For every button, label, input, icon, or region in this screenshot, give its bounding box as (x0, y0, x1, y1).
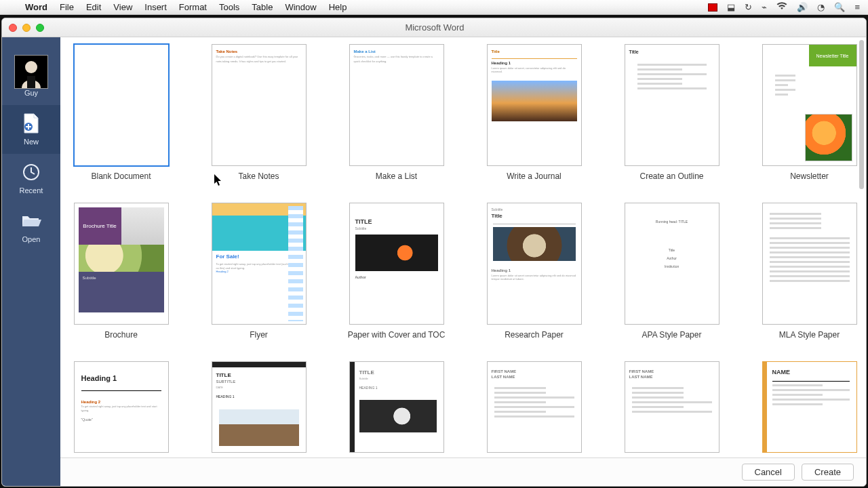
folder-open-icon (21, 211, 41, 231)
record-indicator-icon[interactable] (708, 3, 717, 12)
app-menu[interactable]: Word (19, 2, 54, 12)
template-label: Make a List (376, 171, 417, 193)
window-title: Microsoft Word (44, 22, 825, 33)
wifi-icon[interactable] (776, 2, 787, 12)
sidebar-item-recent[interactable]: Recent (2, 154, 60, 203)
template-thumb: FIRST NAMELAST NAME (625, 361, 719, 453)
template-thumb: Brochure Title Subtitle (74, 203, 169, 325)
menu-edit[interactable]: Edit (80, 2, 107, 12)
create-button[interactable]: Create (802, 464, 854, 481)
template-thumb: NAME (762, 361, 857, 453)
template-label: Take Notes (238, 171, 279, 193)
avatar (14, 55, 48, 89)
dropbox-icon[interactable]: ⬓ (727, 2, 735, 12)
template-thumb: Heading 1 Heading 2To get started right … (74, 361, 169, 453)
sidebar-item-label: New (24, 138, 39, 146)
window-titlebar: Microsoft Word (2, 18, 866, 37)
template-apa-style-paper[interactable]: Running head: TITLETitleAuthorInstitutio… (622, 203, 722, 352)
sidebar-user[interactable]: Guy (2, 47, 60, 105)
template-label: Research Paper (505, 330, 564, 352)
template-label: Paper with Cover and TOC (348, 330, 446, 352)
menu-table[interactable]: Table (245, 2, 279, 12)
template-blank-document[interactable]: Blank Document (71, 44, 171, 193)
spotlight-icon[interactable]: 🔍 (834, 2, 845, 12)
menu-insert[interactable]: Insert (138, 2, 173, 12)
window-close-icon[interactable] (9, 24, 17, 32)
menu-view[interactable]: View (107, 2, 138, 12)
template-thumb: TITLE Subtitle Author (349, 203, 444, 325)
menu-help[interactable]: Help (323, 2, 353, 12)
svg-point-1 (25, 61, 37, 73)
template-label: Create an Outline (639, 171, 703, 193)
template-thumb: Newsletter Title (762, 44, 857, 166)
template-brochure[interactable]: Brochure Title Subtitle Brochure (71, 203, 171, 352)
macos-menubar: Word File Edit View Insert Format Tools … (0, 0, 868, 15)
template-create-an-outline[interactable]: Title Create an Outline (622, 44, 722, 193)
timemachine-icon[interactable]: ↻ (745, 2, 752, 12)
window-minimize-icon[interactable] (22, 24, 31, 32)
sidebar-user-label: Guy (24, 89, 38, 97)
template-newsletter[interactable]: Newsletter Title Newsletter (760, 44, 859, 193)
word-template-window: Microsoft Word Guy New Recent (1, 18, 867, 487)
template-thumb (74, 44, 169, 166)
recent-icon (21, 162, 41, 182)
template-take-notes[interactable]: Take NotesDo you create a digital notebo… (209, 44, 309, 193)
template-title-left[interactable]: TITLESubtitleHEADING 1 (347, 361, 446, 453)
new-doc-icon (21, 113, 41, 134)
template-make-a-list[interactable]: Make a ListGroceries, tasks, and more — … (347, 44, 446, 193)
template-resume-name[interactable]: NAME (760, 361, 859, 453)
template-paper-cover-toc[interactable]: TITLE Subtitle Author Paper with Cover a… (347, 203, 446, 352)
template-thumb: SubtitleTitle Heading 1Lorem ipsum dolor… (487, 203, 582, 325)
template-thumb: FIRST NAMELAST NAME (487, 361, 582, 453)
template-gallery[interactable]: Blank Document Take NotesDo you create a… (60, 37, 866, 458)
template-thumb: Title (625, 44, 719, 166)
template-resume-b[interactable]: FIRST NAMELAST NAME (622, 361, 722, 453)
cancel-button[interactable]: Cancel (742, 464, 795, 481)
template-label: Blank Document (91, 171, 151, 193)
sidebar: Guy New Recent Open (2, 37, 60, 486)
template-label: APA Style Paper (642, 330, 702, 352)
template-label: MLA Style Paper (779, 330, 840, 352)
template-thumb: TITLESUBTITLEDATEHEADING 1 (212, 361, 307, 453)
template-thumb: Title Heading 1Lorem ipsum dolor sit ame… (487, 44, 582, 166)
sidebar-item-new[interactable]: New (2, 105, 60, 154)
template-thumb: For Sale! To get started right away, jus… (212, 203, 307, 325)
menu-tools[interactable]: Tools (213, 2, 245, 12)
template-resume-a[interactable]: FIRST NAMELAST NAME (484, 361, 584, 453)
template-thumb: TITLESubtitleHEADING 1 (349, 361, 444, 453)
template-label: Flyer (250, 330, 268, 352)
dialog-footer: Cancel Create (60, 458, 866, 486)
template-mla-style-paper[interactable]: MLA Style Paper (760, 203, 859, 352)
template-thumb: Make a ListGroceries, tasks, and more — … (349, 44, 444, 166)
template-thumb (762, 203, 857, 325)
gallery-scrollbar[interactable] (858, 39, 865, 456)
template-thumb: Take NotesDo you create a digital notebo… (212, 44, 307, 166)
sidebar-item-label: Recent (20, 186, 43, 195)
template-label: Write a Journal (507, 171, 561, 193)
template-thumb: Running head: TITLETitleAuthorInstitutio… (625, 203, 719, 325)
sidebar-item-open[interactable]: Open (2, 203, 60, 251)
template-heading1[interactable]: Heading 1 Heading 2To get started right … (71, 361, 171, 453)
power-icon[interactable]: ◔ (817, 2, 825, 12)
svg-rect-2 (27, 76, 35, 88)
template-title-subtitle[interactable]: TITLESUBTITLEDATEHEADING 1 (209, 361, 309, 453)
menu-file[interactable]: File (54, 2, 80, 12)
notifications-icon[interactable]: ≡ (854, 2, 860, 12)
template-label: Brochure (104, 330, 138, 352)
window-zoom-icon[interactable] (36, 24, 44, 32)
volume-icon[interactable]: 🔊 (797, 2, 808, 12)
template-research-paper[interactable]: SubtitleTitle Heading 1Lorem ipsum dolor… (484, 203, 584, 352)
template-label: Newsletter (790, 171, 829, 193)
template-gallery-pane: Blank Document Take NotesDo you create a… (60, 37, 866, 486)
template-flyer[interactable]: For Sale! To get started right away, jus… (209, 203, 309, 352)
bluetooth-icon[interactable]: ⌁ (762, 2, 767, 12)
template-write-a-journal[interactable]: Title Heading 1Lorem ipsum dolor sit ame… (484, 44, 584, 193)
menu-format[interactable]: Format (173, 2, 213, 12)
scrollbar-thumb[interactable] (859, 40, 864, 189)
menu-window[interactable]: Window (279, 2, 322, 12)
sidebar-item-label: Open (22, 235, 41, 243)
